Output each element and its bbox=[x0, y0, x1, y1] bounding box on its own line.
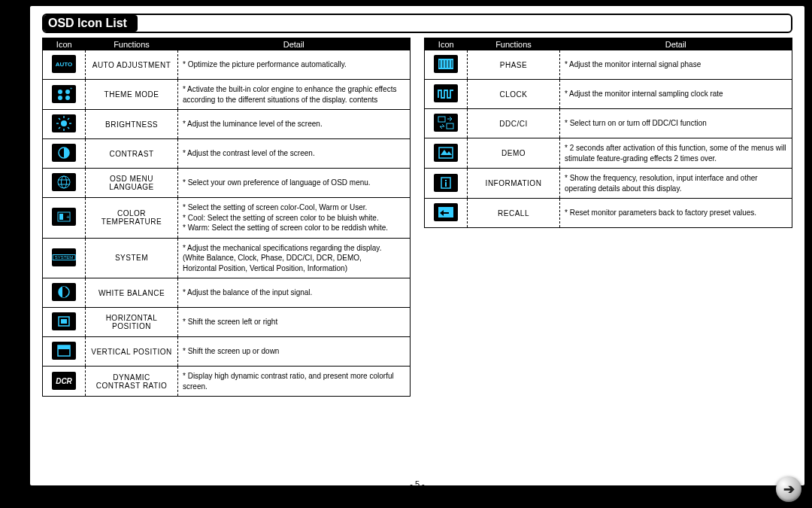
phase-icon bbox=[434, 55, 458, 73]
lang-icon bbox=[52, 173, 76, 191]
table-row: DEMO* 2 seconds after activation of this… bbox=[425, 138, 792, 169]
table-row: AUTOAUTO ADJUSTMENT* Optimize the pictur… bbox=[43, 50, 411, 80]
svg-rect-34 bbox=[438, 117, 445, 122]
title-bar: OSD Icon List bbox=[42, 14, 792, 33]
brightness-icon-cell bbox=[43, 110, 86, 139]
wb-icon-cell bbox=[43, 278, 86, 308]
col-detail: Detail bbox=[178, 38, 411, 51]
table-row: CONTRAST* Adjust the contrast level of t… bbox=[43, 139, 411, 169]
detail-text: * Adjust the balance of the input signal… bbox=[178, 278, 411, 308]
dcr-icon-cell: DCR bbox=[43, 367, 86, 397]
table-row: DCRDYNAMIC CONTRAST RATIO* Display high … bbox=[43, 367, 411, 397]
svg-rect-20 bbox=[59, 214, 63, 220]
detail-text: * Select turn on or turn off DDC/CI func… bbox=[560, 109, 792, 138]
osd-table-left: Icon Functions Detail AUTOAUTO ADJUSTMEN… bbox=[42, 38, 411, 397]
lang-icon-cell bbox=[43, 169, 86, 198]
detail-text: * 2 seconds after activation of this fun… bbox=[560, 138, 792, 169]
detail-text: * Reset monitor parameters back to facto… bbox=[560, 199, 792, 228]
svg-point-5 bbox=[61, 120, 67, 126]
fn-label: DDC/CI bbox=[468, 109, 560, 138]
demo-icon-cell bbox=[425, 138, 468, 169]
svg-point-0 bbox=[58, 90, 62, 94]
svg-point-2 bbox=[58, 96, 62, 100]
fn-label: COLOR TEMPERATURE bbox=[86, 198, 178, 239]
recall-icon-cell bbox=[425, 199, 468, 228]
fn-label: SYSTEM bbox=[86, 238, 178, 278]
fn-label: DYNAMIC CONTRAST RATIO bbox=[86, 367, 178, 397]
system-icon: SYSTEM bbox=[52, 248, 76, 266]
arrow-right-icon: ➔ bbox=[783, 481, 795, 497]
svg-text:+: + bbox=[66, 214, 70, 221]
fn-label: AUTO ADJUSTMENT bbox=[86, 50, 178, 80]
col-icon: Icon bbox=[425, 38, 468, 51]
detail-text: * Optimize the picture performance autom… bbox=[178, 50, 411, 80]
demo-icon bbox=[434, 144, 458, 162]
fn-label: WHITE BALANCE bbox=[86, 278, 178, 308]
table-row: PHASE* Adjust the monitor internal signa… bbox=[425, 50, 792, 80]
dcr-icon: DCR bbox=[52, 372, 76, 390]
auto-icon: AUTO bbox=[52, 55, 76, 73]
svg-rect-25 bbox=[61, 319, 67, 324]
fn-label: VERTICAL POSITION bbox=[86, 337, 178, 367]
table-row: VERTICAL POSITION* Shift the screen up o… bbox=[43, 337, 411, 367]
ddcci-icon bbox=[434, 114, 458, 132]
fn-label: OSD MENU LANGUAGE bbox=[86, 169, 178, 198]
contrast-icon-cell bbox=[43, 139, 86, 169]
table-row: DDC/CI* Select turn on or turn off DDC/C… bbox=[425, 109, 792, 138]
page-title: OSD Icon List bbox=[44, 15, 138, 32]
col-fn: Functions bbox=[86, 38, 178, 51]
table-row: CLOCK* Adjust the monitor internal sampl… bbox=[425, 80, 792, 109]
hpos-icon-cell bbox=[43, 308, 86, 337]
theme-icon: + bbox=[52, 85, 76, 103]
detail-text: * Select the setting of screen color-Coo… bbox=[178, 198, 411, 239]
svg-text:+: + bbox=[70, 86, 73, 90]
detail-text: * Shift the screen left or right bbox=[178, 308, 411, 337]
fn-label: PHASE bbox=[468, 50, 560, 80]
fn-label: RECALL bbox=[468, 199, 560, 228]
fn-label: INFORMATION bbox=[468, 169, 560, 199]
svg-line-11 bbox=[68, 127, 69, 129]
detail-text: * Adjust the contrast level of the scree… bbox=[178, 139, 411, 169]
svg-rect-23 bbox=[62, 287, 65, 297]
detail-text: * Shift the screen up or down bbox=[178, 337, 411, 367]
system-icon-cell: SYSTEM bbox=[43, 238, 86, 278]
svg-point-15 bbox=[58, 176, 70, 188]
detail-text: * Show the frequency, resolution, input … bbox=[560, 169, 792, 199]
table-row: RECALL* Reset monitor parameters back to… bbox=[425, 199, 792, 228]
colortemp-icon: + bbox=[52, 208, 76, 226]
col-icon: Icon bbox=[43, 38, 86, 51]
detail-text: * Adjust the mechanical specifications r… bbox=[178, 238, 411, 278]
clock-icon-cell bbox=[425, 80, 468, 109]
svg-rect-27 bbox=[58, 345, 70, 349]
recall-icon bbox=[434, 203, 458, 221]
fn-label: CLOCK bbox=[468, 80, 560, 109]
table-row: BRIGHTNESS* Adjust the luminance level o… bbox=[43, 110, 411, 139]
svg-rect-39 bbox=[445, 182, 447, 187]
page: OSD Icon List Icon Functions Detail AUTO… bbox=[0, 0, 812, 508]
next-page-button[interactable]: ➔ bbox=[776, 476, 801, 502]
info-icon bbox=[434, 174, 458, 192]
fn-label: CONTRAST bbox=[86, 139, 178, 169]
wb-icon bbox=[52, 283, 76, 301]
svg-rect-38 bbox=[445, 180, 447, 181]
col-fn: Functions bbox=[468, 38, 560, 51]
colortemp-icon-cell: + bbox=[43, 198, 86, 239]
clock-icon bbox=[434, 84, 458, 102]
auto-icon-cell: AUTO bbox=[43, 50, 86, 80]
table-row: INFORMATION* Show the frequency, resolut… bbox=[425, 169, 792, 199]
detail-text: * Select your own preference of language… bbox=[178, 169, 411, 198]
table-row: OSD MENU LANGUAGE* Select your own prefe… bbox=[43, 169, 411, 198]
table-row: HORIZONTAL POSITION* Shift the screen le… bbox=[43, 308, 411, 337]
info-icon-cell bbox=[425, 169, 468, 199]
table-row: +THEME MODE* Activate the built-in color… bbox=[43, 80, 411, 110]
table-row: +COLOR TEMPERATURE* Select the setting o… bbox=[43, 198, 411, 239]
fn-label: THEME MODE bbox=[86, 80, 178, 110]
table-row: SYSTEMSYSTEM* Adjust the mechanical spec… bbox=[43, 238, 411, 278]
detail-text: * Display high dynamic contrast ratio, a… bbox=[178, 367, 411, 397]
ddcci-icon-cell bbox=[425, 109, 468, 138]
fn-label: DEMO bbox=[468, 138, 560, 169]
svg-line-12 bbox=[59, 127, 60, 129]
osd-table-right: Icon Functions Detail PHASE* Adjust the … bbox=[424, 38, 792, 228]
theme-icon-cell: + bbox=[43, 80, 86, 110]
detail-text: * Activate the built-in color engine to … bbox=[178, 80, 411, 110]
